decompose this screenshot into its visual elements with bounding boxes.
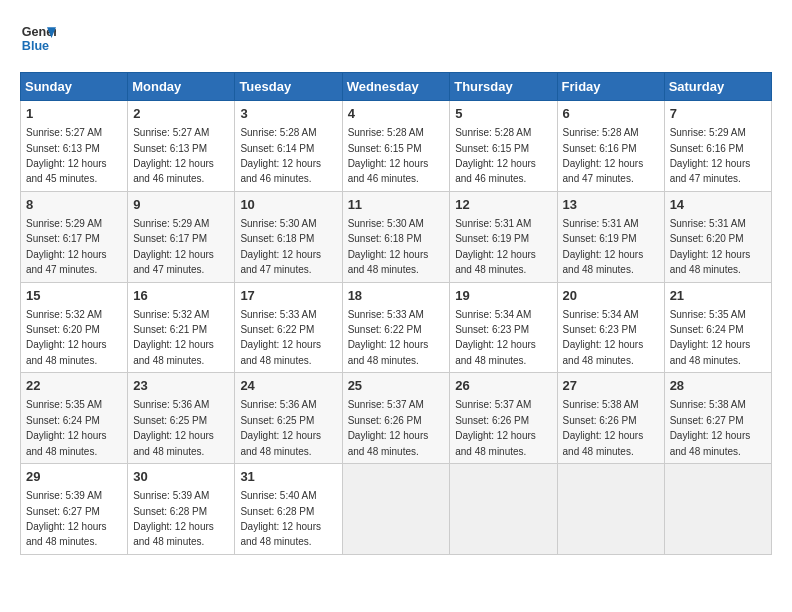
- weekday-header-friday: Friday: [557, 73, 664, 101]
- day-info: Sunrise: 5:33 AMSunset: 6:22 PMDaylight:…: [240, 309, 321, 366]
- day-number: 11: [348, 196, 445, 214]
- day-number: 12: [455, 196, 551, 214]
- day-number: 13: [563, 196, 659, 214]
- day-number: 25: [348, 377, 445, 395]
- day-number: 21: [670, 287, 766, 305]
- day-number: 3: [240, 105, 336, 123]
- calendar-cell: 8Sunrise: 5:29 AMSunset: 6:17 PMDaylight…: [21, 191, 128, 282]
- day-info: Sunrise: 5:35 AMSunset: 6:24 PMDaylight:…: [26, 399, 107, 456]
- svg-text:Blue: Blue: [22, 39, 49, 53]
- day-info: Sunrise: 5:39 AMSunset: 6:28 PMDaylight:…: [133, 490, 214, 547]
- day-number: 28: [670, 377, 766, 395]
- day-info: Sunrise: 5:36 AMSunset: 6:25 PMDaylight:…: [133, 399, 214, 456]
- calendar-week-2: 8Sunrise: 5:29 AMSunset: 6:17 PMDaylight…: [21, 191, 772, 282]
- calendar-cell: 30Sunrise: 5:39 AMSunset: 6:28 PMDayligh…: [128, 464, 235, 555]
- day-info: Sunrise: 5:32 AMSunset: 6:20 PMDaylight:…: [26, 309, 107, 366]
- day-info: Sunrise: 5:37 AMSunset: 6:26 PMDaylight:…: [348, 399, 429, 456]
- calendar-week-1: 1Sunrise: 5:27 AMSunset: 6:13 PMDaylight…: [21, 101, 772, 192]
- day-number: 23: [133, 377, 229, 395]
- calendar-cell: 9Sunrise: 5:29 AMSunset: 6:17 PMDaylight…: [128, 191, 235, 282]
- calendar-cell: [450, 464, 557, 555]
- day-number: 6: [563, 105, 659, 123]
- calendar-cell: 4Sunrise: 5:28 AMSunset: 6:15 PMDaylight…: [342, 101, 450, 192]
- calendar-table: SundayMondayTuesdayWednesdayThursdayFrid…: [20, 72, 772, 555]
- day-info: Sunrise: 5:32 AMSunset: 6:21 PMDaylight:…: [133, 309, 214, 366]
- day-info: Sunrise: 5:29 AMSunset: 6:16 PMDaylight:…: [670, 127, 751, 184]
- calendar-cell: 11Sunrise: 5:30 AMSunset: 6:18 PMDayligh…: [342, 191, 450, 282]
- day-number: 4: [348, 105, 445, 123]
- day-info: Sunrise: 5:31 AMSunset: 6:19 PMDaylight:…: [455, 218, 536, 275]
- calendar-cell: 5Sunrise: 5:28 AMSunset: 6:15 PMDaylight…: [450, 101, 557, 192]
- weekday-header-sunday: Sunday: [21, 73, 128, 101]
- day-number: 22: [26, 377, 122, 395]
- calendar-cell: 1Sunrise: 5:27 AMSunset: 6:13 PMDaylight…: [21, 101, 128, 192]
- day-number: 26: [455, 377, 551, 395]
- page-header: General Blue: [20, 20, 772, 56]
- calendar-cell: 6Sunrise: 5:28 AMSunset: 6:16 PMDaylight…: [557, 101, 664, 192]
- calendar-cell: 19Sunrise: 5:34 AMSunset: 6:23 PMDayligh…: [450, 282, 557, 373]
- calendar-cell: 21Sunrise: 5:35 AMSunset: 6:24 PMDayligh…: [664, 282, 771, 373]
- calendar-cell: 31Sunrise: 5:40 AMSunset: 6:28 PMDayligh…: [235, 464, 342, 555]
- day-number: 1: [26, 105, 122, 123]
- day-info: Sunrise: 5:34 AMSunset: 6:23 PMDaylight:…: [563, 309, 644, 366]
- day-number: 31: [240, 468, 336, 486]
- calendar-cell: 17Sunrise: 5:33 AMSunset: 6:22 PMDayligh…: [235, 282, 342, 373]
- day-number: 19: [455, 287, 551, 305]
- calendar-cell: 10Sunrise: 5:30 AMSunset: 6:18 PMDayligh…: [235, 191, 342, 282]
- day-info: Sunrise: 5:33 AMSunset: 6:22 PMDaylight:…: [348, 309, 429, 366]
- day-info: Sunrise: 5:36 AMSunset: 6:25 PMDaylight:…: [240, 399, 321, 456]
- day-number: 7: [670, 105, 766, 123]
- calendar-cell: 25Sunrise: 5:37 AMSunset: 6:26 PMDayligh…: [342, 373, 450, 464]
- calendar-cell: 15Sunrise: 5:32 AMSunset: 6:20 PMDayligh…: [21, 282, 128, 373]
- weekday-header-thursday: Thursday: [450, 73, 557, 101]
- calendar-cell: [557, 464, 664, 555]
- calendar-cell: 2Sunrise: 5:27 AMSunset: 6:13 PMDaylight…: [128, 101, 235, 192]
- calendar-cell: 29Sunrise: 5:39 AMSunset: 6:27 PMDayligh…: [21, 464, 128, 555]
- day-info: Sunrise: 5:37 AMSunset: 6:26 PMDaylight:…: [455, 399, 536, 456]
- calendar-cell: 23Sunrise: 5:36 AMSunset: 6:25 PMDayligh…: [128, 373, 235, 464]
- day-number: 24: [240, 377, 336, 395]
- day-info: Sunrise: 5:28 AMSunset: 6:15 PMDaylight:…: [348, 127, 429, 184]
- day-number: 29: [26, 468, 122, 486]
- day-info: Sunrise: 5:35 AMSunset: 6:24 PMDaylight:…: [670, 309, 751, 366]
- day-info: Sunrise: 5:30 AMSunset: 6:18 PMDaylight:…: [240, 218, 321, 275]
- calendar-cell: 27Sunrise: 5:38 AMSunset: 6:26 PMDayligh…: [557, 373, 664, 464]
- day-info: Sunrise: 5:38 AMSunset: 6:27 PMDaylight:…: [670, 399, 751, 456]
- day-info: Sunrise: 5:27 AMSunset: 6:13 PMDaylight:…: [26, 127, 107, 184]
- calendar-cell: 26Sunrise: 5:37 AMSunset: 6:26 PMDayligh…: [450, 373, 557, 464]
- calendar-week-4: 22Sunrise: 5:35 AMSunset: 6:24 PMDayligh…: [21, 373, 772, 464]
- day-number: 30: [133, 468, 229, 486]
- calendar-cell: 7Sunrise: 5:29 AMSunset: 6:16 PMDaylight…: [664, 101, 771, 192]
- calendar-cell: [342, 464, 450, 555]
- logo: General Blue: [20, 20, 56, 56]
- day-info: Sunrise: 5:34 AMSunset: 6:23 PMDaylight:…: [455, 309, 536, 366]
- day-number: 14: [670, 196, 766, 214]
- day-number: 16: [133, 287, 229, 305]
- calendar-cell: 24Sunrise: 5:36 AMSunset: 6:25 PMDayligh…: [235, 373, 342, 464]
- calendar-cell: 14Sunrise: 5:31 AMSunset: 6:20 PMDayligh…: [664, 191, 771, 282]
- day-info: Sunrise: 5:27 AMSunset: 6:13 PMDaylight:…: [133, 127, 214, 184]
- calendar-cell: 18Sunrise: 5:33 AMSunset: 6:22 PMDayligh…: [342, 282, 450, 373]
- weekday-header-wednesday: Wednesday: [342, 73, 450, 101]
- day-number: 8: [26, 196, 122, 214]
- day-info: Sunrise: 5:39 AMSunset: 6:27 PMDaylight:…: [26, 490, 107, 547]
- day-number: 10: [240, 196, 336, 214]
- day-number: 20: [563, 287, 659, 305]
- calendar-cell: 16Sunrise: 5:32 AMSunset: 6:21 PMDayligh…: [128, 282, 235, 373]
- day-info: Sunrise: 5:29 AMSunset: 6:17 PMDaylight:…: [133, 218, 214, 275]
- day-info: Sunrise: 5:38 AMSunset: 6:26 PMDaylight:…: [563, 399, 644, 456]
- calendar-week-5: 29Sunrise: 5:39 AMSunset: 6:27 PMDayligh…: [21, 464, 772, 555]
- day-info: Sunrise: 5:29 AMSunset: 6:17 PMDaylight:…: [26, 218, 107, 275]
- calendar-cell: 20Sunrise: 5:34 AMSunset: 6:23 PMDayligh…: [557, 282, 664, 373]
- day-info: Sunrise: 5:31 AMSunset: 6:19 PMDaylight:…: [563, 218, 644, 275]
- weekday-header-monday: Monday: [128, 73, 235, 101]
- day-info: Sunrise: 5:28 AMSunset: 6:14 PMDaylight:…: [240, 127, 321, 184]
- calendar-cell: 12Sunrise: 5:31 AMSunset: 6:19 PMDayligh…: [450, 191, 557, 282]
- logo-icon: General Blue: [20, 20, 56, 56]
- calendar-cell: 22Sunrise: 5:35 AMSunset: 6:24 PMDayligh…: [21, 373, 128, 464]
- day-number: 5: [455, 105, 551, 123]
- calendar-cell: [664, 464, 771, 555]
- day-number: 18: [348, 287, 445, 305]
- day-info: Sunrise: 5:31 AMSunset: 6:20 PMDaylight:…: [670, 218, 751, 275]
- day-number: 15: [26, 287, 122, 305]
